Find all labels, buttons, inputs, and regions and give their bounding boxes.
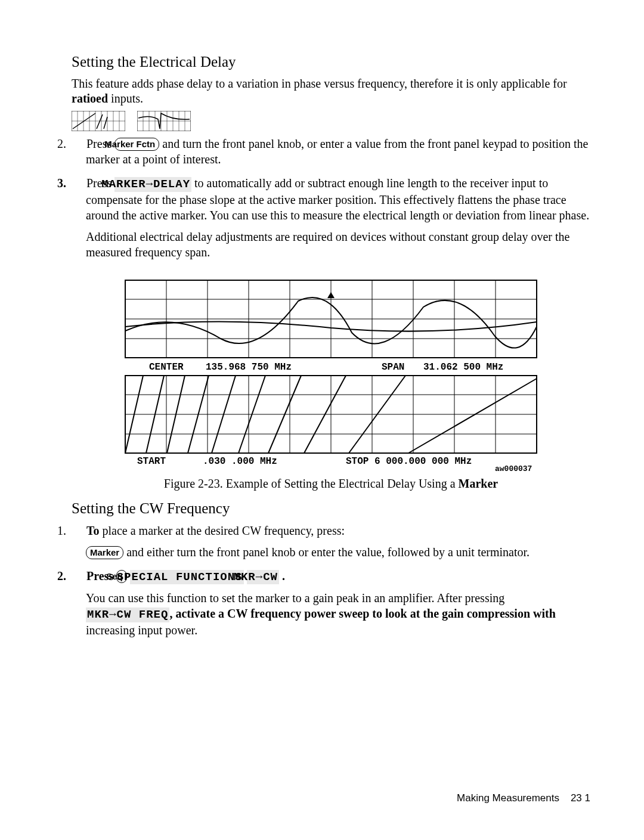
page-footer: Making Measurements 23 1 bbox=[457, 792, 590, 804]
footer-text: Making Measurements bbox=[457, 792, 559, 804]
softkey-marker-delay: MARKER→DELAY bbox=[114, 177, 191, 192]
t: Figure 2-23. Example of Setting the Elec… bbox=[164, 477, 459, 490]
mini-graphs bbox=[72, 111, 590, 131]
figure-caption: Figure 2-23. Example of Setting the Elec… bbox=[72, 477, 590, 491]
section1-title: Setting the Electrical Delay bbox=[72, 54, 590, 70]
step-2: 2. Press Marker Fctn and turn the front … bbox=[72, 136, 590, 167]
mini-graph-before bbox=[72, 111, 125, 131]
t: This feature adds phase delay to a varia… bbox=[72, 77, 567, 90]
softkey-special-functions: SPECIAL FUNCTIONS bbox=[130, 570, 244, 585]
cw-step-1: 1. To place a marker at the desired CW f… bbox=[72, 523, 590, 560]
fig-span-label: SPAN bbox=[382, 362, 404, 373]
softkey-mkr-cw-freq: MKR→CW FREQ bbox=[86, 607, 169, 622]
figure-block: CENTER 135.968 750 MHz SPAN 31.062 500 M… bbox=[72, 274, 590, 491]
mini-graph-after bbox=[137, 111, 191, 131]
section2-title: Setting the CW Frequency bbox=[72, 500, 590, 517]
softkey-mkr-cw: MKR→CW bbox=[247, 570, 279, 585]
section2-steps: 1. To place a marker at the desired CW f… bbox=[72, 523, 590, 638]
t: , activate a CW frequency power sweep to… bbox=[169, 607, 555, 620]
figure-svg: CENTER 135.968 750 MHz SPAN 31.062 500 M… bbox=[101, 274, 561, 471]
cw-step2-para: You can use this function to set the mar… bbox=[86, 590, 590, 638]
cw-step-2: 2. Press Seq SPECIAL FUNCTIONS MKR→CW . … bbox=[72, 568, 590, 638]
fig-code: aw000037 bbox=[495, 464, 532, 471]
t: place a marker at the desired CW frequen… bbox=[100, 524, 345, 537]
step-num: 3. bbox=[72, 175, 83, 191]
fig-center-text: 135.968 750 MHz bbox=[206, 362, 292, 373]
t: and either turn the front panel knob or … bbox=[123, 545, 530, 559]
step3-para2: Additional electrical delay adjustments … bbox=[86, 229, 590, 260]
step-num: 1. bbox=[72, 523, 83, 538]
section1-intro: This feature adds phase delay to a varia… bbox=[72, 76, 590, 106]
fig-stop-text: STOP 6 000.000 000 MHz bbox=[346, 456, 472, 467]
fig-span-text: 31.062 500 MHz bbox=[423, 362, 503, 373]
t: You can use this function to set the mar… bbox=[86, 591, 504, 605]
t: inputs. bbox=[108, 92, 143, 105]
t: increasing input power. bbox=[86, 624, 197, 637]
section1-steps: 2. Press Marker Fctn and turn the front … bbox=[72, 136, 590, 260]
step-num: 2. bbox=[72, 568, 83, 584]
t: To bbox=[86, 524, 100, 537]
key-marker-fctn: Marker Fctn bbox=[114, 138, 159, 151]
page: Setting the Electrical Delay This featur… bbox=[0, 0, 644, 840]
footer-page: 23 1 bbox=[571, 792, 590, 804]
key-marker: Marker bbox=[86, 546, 123, 559]
t: ratioed bbox=[72, 92, 108, 105]
t: . bbox=[279, 569, 285, 582]
fig-center-label: CENTER bbox=[149, 362, 184, 373]
t: Marker bbox=[459, 477, 499, 490]
step-3: 3. Press MARKER→DELAY to automatically a… bbox=[72, 175, 590, 260]
t: and turn the front panel knob, or enter … bbox=[86, 137, 589, 166]
step-num: 2. bbox=[72, 136, 83, 151]
fig-start-label: START bbox=[137, 456, 166, 467]
cw-step1-cont: Marker and either turn the front panel k… bbox=[86, 544, 590, 560]
fig-start-text: .030 .000 MHz bbox=[203, 456, 277, 467]
